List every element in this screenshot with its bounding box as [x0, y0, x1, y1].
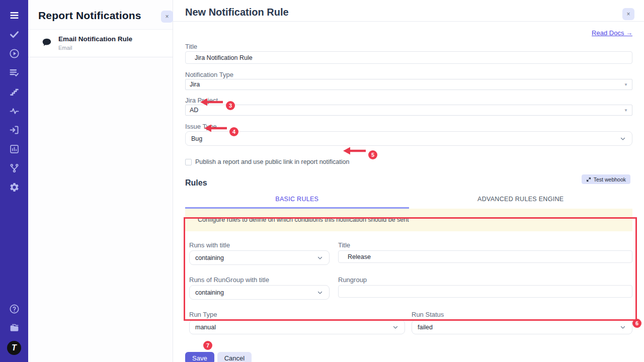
- publish-report-checkbox[interactable]: [185, 159, 192, 165]
- steps-icon[interactable]: [8, 85, 20, 98]
- jira-project-select[interactable]: AD ▼: [185, 105, 632, 116]
- run-status-select[interactable]: failed: [412, 320, 632, 334]
- rungroup-with-title-label: Runs of RunGroup with title: [189, 277, 330, 284]
- tab-basic-rules[interactable]: BASIC RULES: [185, 193, 409, 209]
- rules-info-banner: Configure rules to define on which condi…: [185, 209, 632, 231]
- main-close-button[interactable]: ×: [622, 8, 634, 20]
- webhook-icon: [586, 177, 591, 182]
- chat-bubble-icon: [41, 37, 52, 48]
- runs-with-title-label: Runs with title: [189, 242, 330, 249]
- cancel-button[interactable]: Cancel: [217, 352, 252, 362]
- rules-tabs: BASIC RULES ADVANCED RULES ENGINE: [185, 193, 632, 209]
- report-notifications-panel: Report Notifications × Email Notificatio…: [28, 0, 173, 362]
- list-check-icon[interactable]: [8, 66, 20, 78]
- run-type-select[interactable]: manual: [189, 320, 405, 334]
- jira-project-label: Jira Project: [185, 97, 632, 104]
- chevron-down-icon: [392, 324, 398, 330]
- rungroup-label: Rungroup: [338, 277, 632, 284]
- app-sidebar: T: [0, 0, 28, 362]
- save-button[interactable]: Save: [185, 352, 214, 362]
- notification-type-select[interactable]: Jira ▼: [185, 79, 632, 90]
- notification-type-label: Notification Type: [185, 71, 632, 78]
- caret-down-icon: ▼: [624, 82, 628, 87]
- title-input[interactable]: [185, 51, 632, 64]
- run-status-label: Run Status: [412, 311, 632, 318]
- test-webhook-button[interactable]: Test webhook: [582, 174, 630, 184]
- basic-rules-fields: Runs with title containing Title Runs of…: [185, 233, 632, 340]
- list-item[interactable]: Email Notification Rule Email: [28, 29, 173, 57]
- list-item-subtitle: Email: [58, 45, 132, 51]
- rungroup-with-title-select[interactable]: containing: [189, 285, 330, 300]
- rule-title-input[interactable]: [338, 250, 632, 263]
- main-header: New Notification Rule ×: [173, 0, 644, 22]
- activity-icon[interactable]: [8, 105, 20, 117]
- app-logo[interactable]: T: [7, 341, 21, 355]
- chevron-down-icon: [620, 136, 626, 142]
- gear-icon[interactable]: [8, 181, 20, 193]
- new-notification-rule-pane: New Notification Rule × Read Docs → Titl…: [173, 0, 644, 362]
- check-icon[interactable]: [8, 28, 20, 40]
- caret-down-icon: ▼: [624, 108, 628, 113]
- rungroup-input[interactable]: [338, 285, 632, 298]
- rules-heading: Rules: [185, 178, 632, 188]
- chevron-down-icon: [317, 290, 323, 296]
- run-type-label: Run Type: [189, 311, 405, 318]
- git-branch-icon[interactable]: [8, 162, 20, 174]
- title-label: Title: [185, 43, 632, 50]
- bar-chart-icon[interactable]: [8, 143, 20, 155]
- folder-icon[interactable]: [8, 322, 20, 334]
- panel-close-button[interactable]: ×: [161, 11, 173, 23]
- chevron-down-icon: [620, 324, 626, 330]
- publish-report-label: Publish a report and use public link in …: [195, 158, 349, 165]
- play-circle-icon[interactable]: [8, 47, 20, 59]
- menu-icon[interactable]: [8, 9, 20, 21]
- runs-with-title-select[interactable]: containing: [189, 250, 330, 265]
- help-icon[interactable]: [8, 303, 20, 315]
- list-item-title: Email Notification Rule: [58, 35, 132, 43]
- page-title: New Notification Rule: [173, 0, 644, 18]
- read-docs-link[interactable]: Read Docs →: [185, 29, 632, 37]
- sign-in-icon[interactable]: [8, 124, 20, 136]
- issue-type-select[interactable]: Bug: [185, 131, 632, 146]
- tab-advanced-rules-engine[interactable]: ADVANCED RULES ENGINE: [409, 193, 633, 209]
- rule-title-label: Title: [338, 242, 632, 249]
- chevron-down-icon: [317, 255, 323, 261]
- issue-type-label: Issue Type: [185, 123, 632, 130]
- panel-title: Report Notifications: [28, 0, 173, 22]
